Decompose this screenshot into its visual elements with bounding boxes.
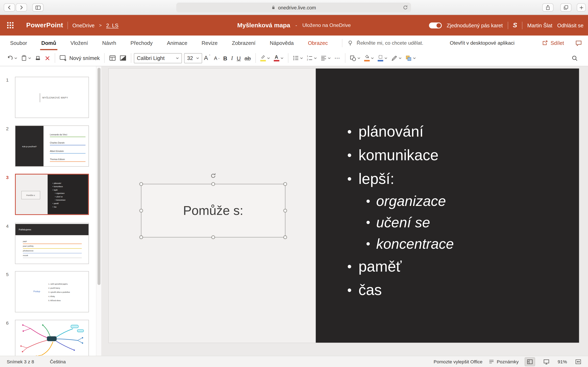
italic-button[interactable]: I [229, 52, 235, 64]
new-slide-button[interactable]: Nový snímek [58, 52, 102, 64]
draw-pen-button[interactable] [389, 52, 403, 64]
browser-sidebar-button[interactable] [32, 3, 43, 12]
tell-me-box[interactable]: Řekněte mi, co chcete udělat. [342, 35, 423, 50]
comments-button[interactable] [575, 35, 582, 50]
insert-shapes-button[interactable] [348, 52, 362, 64]
resize-handle-bottom-left[interactable] [139, 235, 143, 239]
font-size-select[interactable]: 32 [184, 53, 202, 63]
notes-toggle[interactable]: Poznámky [489, 359, 519, 365]
feedback-link[interactable]: Pomozte vylepšit Office [434, 359, 483, 364]
browser-tabs-button[interactable] [560, 3, 571, 12]
slide-thumbnail-5[interactable]: Postup 1. začít uprostřed papíru 2. použ… [15, 271, 89, 312]
thumb2-name: Charles Darwin [50, 137, 85, 145]
strikethrough-button[interactable]: ab [242, 52, 252, 64]
tab-domu[interactable]: Domů [41, 35, 57, 50]
tab-obrazec[interactable]: Obrazec [307, 35, 328, 50]
bold-button[interactable]: B [221, 52, 229, 64]
thumb3-bullet: lepší: [52, 188, 89, 192]
highlight-color-button[interactable] [258, 52, 272, 64]
refresh-icon[interactable] [403, 5, 408, 10]
shape-fill-button[interactable] [362, 52, 376, 64]
shrink-font-button[interactable]: Aˇ [212, 52, 221, 64]
app-launcher-button[interactable] [0, 15, 21, 35]
scrollbar-thumb[interactable] [98, 68, 101, 285]
bullet-list-button[interactable] [291, 52, 305, 64]
plus-icon [579, 5, 584, 10]
simplified-ribbon-toggle[interactable] [429, 22, 442, 28]
undo-button[interactable] [5, 52, 19, 64]
browser-share-button[interactable] [542, 3, 553, 12]
tab-prechody[interactable]: Přechody [130, 35, 153, 50]
grow-font-button[interactable]: Aˆ [202, 52, 212, 64]
open-in-desktop-button[interactable]: Otevřít v desktopové aplikaci [450, 35, 515, 50]
slide-thumbnail-4[interactable]: Potřebujeme: papír psací potřeby předsta… [15, 223, 89, 264]
breadcrumb-folder-link[interactable]: 2. LS [106, 22, 118, 28]
breadcrumb-root[interactable]: OneDrive [72, 22, 95, 28]
font-color-button[interactable]: A [272, 52, 285, 64]
tab-vlozeni[interactable]: Vložení [70, 35, 88, 50]
slide-editor[interactable]: Pomůže s: plánování komunikace lepší: or [108, 68, 579, 343]
layout-button[interactable] [107, 52, 118, 64]
language-selector[interactable]: Čeština [50, 359, 66, 364]
user-name[interactable]: Martin Šlat [527, 22, 553, 28]
numbered-list-button[interactable] [305, 52, 319, 64]
more-formatting-button[interactable]: ⋯ [333, 52, 342, 64]
browser-back-button[interactable] [4, 3, 15, 12]
rotate-handle-icon[interactable] [210, 173, 216, 179]
chevron-down-icon [314, 57, 317, 59]
tab-navrh[interactable]: Návrh [102, 35, 117, 50]
resize-handle-middle-left[interactable] [139, 209, 143, 212]
format-painter-button[interactable] [33, 52, 43, 64]
paste-button[interactable] [19, 52, 33, 64]
sign-out-link[interactable]: Odhlásit se [557, 22, 584, 28]
browser-new-tab-button[interactable] [577, 3, 586, 12]
resize-handle-bottom-middle[interactable] [211, 235, 215, 239]
selected-textbox[interactable]: Pomůže s: [141, 184, 285, 238]
resize-handle-top-left[interactable] [139, 182, 143, 186]
bullet-item: učení se [366, 212, 454, 234]
tab-revize[interactable]: Revize [201, 35, 218, 50]
panel-scrollbar[interactable] [96, 66, 101, 356]
resize-handle-top-right[interactable] [284, 182, 287, 186]
underline-button[interactable]: U [235, 52, 242, 64]
font-name-select[interactable]: Calibri Light [134, 53, 182, 63]
slideshow-button[interactable] [541, 357, 552, 366]
bullet-item: paměť [347, 255, 454, 278]
delete-button[interactable] [43, 52, 52, 64]
fit-to-window-button[interactable] [573, 357, 584, 366]
chevron-down-icon [28, 57, 31, 59]
arrange-button[interactable] [403, 52, 418, 64]
document-title[interactable]: Myšlenková mapa [237, 22, 290, 29]
zoom-level[interactable]: 91% [558, 359, 567, 364]
skype-icon[interactable]: S [513, 22, 517, 29]
highlight-color-bar [260, 60, 266, 61]
tab-animace[interactable]: Animace [167, 35, 188, 50]
resize-handle-middle-right[interactable] [284, 209, 287, 212]
thumb3-textbox: Pomůže s: [21, 191, 40, 199]
alignment-button[interactable] [319, 52, 333, 64]
document-title-area: Myšlenková mapa - Uloženo na OneDrive [237, 15, 351, 35]
slide-size-button[interactable] [118, 52, 128, 64]
slide-thumbnail-2[interactable]: Kdo je používal? Leonardo da Vinci Charl… [15, 125, 89, 167]
browser-forward-button[interactable] [16, 3, 27, 12]
normal-view-button[interactable] [525, 357, 535, 366]
ribbon-toolbar: Nový snímek Calibri Light 32 Aˆ Aˇ B I U… [0, 50, 588, 66]
slide-bullet-list[interactable]: plánování komunikace lepší: organizace u… [347, 120, 454, 302]
slide-thumbnail-3-selected[interactable]: Pomůže s: plánování komunikace lepší: or… [15, 174, 89, 215]
thumb2-question-box: Kdo je používal? [15, 126, 43, 167]
slide-thumbnail-6[interactable] [15, 320, 89, 356]
search-button[interactable] [570, 52, 580, 64]
share-document-button[interactable]: Sdílet [542, 35, 564, 50]
tab-napoveda[interactable]: Nápověda [269, 35, 294, 50]
shape-outline-button[interactable] [376, 52, 389, 64]
tab-zobrazeni[interactable]: Zobrazení [232, 35, 256, 50]
tab-soubor[interactable]: Soubor [10, 35, 27, 50]
thumb1-title: MYŠLENKOVÉ MAPY [43, 96, 68, 99]
lightbulb-icon [347, 40, 353, 46]
bold-label: B [223, 55, 227, 61]
address-bar[interactable]: onedrive.live.com [176, 3, 411, 12]
slide-thumbnail-1[interactable]: MYŠLENKOVÉ MAPY [15, 77, 89, 118]
resize-handle-top-middle[interactable] [211, 182, 215, 186]
resize-handle-bottom-right[interactable] [284, 235, 287, 239]
bullet-item: komunikace [347, 143, 454, 167]
